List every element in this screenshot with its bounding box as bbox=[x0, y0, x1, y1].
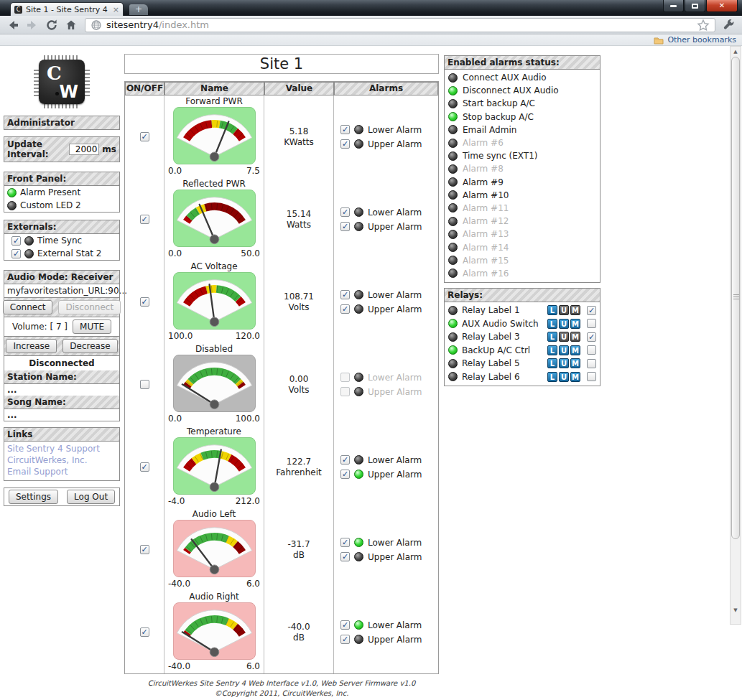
wrench-menu-button[interactable] bbox=[720, 17, 738, 33]
relay-unlatch-button[interactable]: U bbox=[559, 372, 569, 382]
update-interval-input[interactable] bbox=[69, 144, 99, 155]
relay-latch-button[interactable]: L bbox=[547, 372, 557, 382]
relay-checkbox[interactable]: ✓ bbox=[587, 332, 596, 342]
relay-checkbox[interactable] bbox=[587, 372, 596, 381]
meter-onoff-checkbox[interactable]: ✓ bbox=[140, 215, 149, 224]
alarm-enable-checkbox[interactable]: ✓ bbox=[340, 470, 350, 479]
links-title: Links bbox=[4, 428, 119, 442]
update-interval-label: Update Interval: bbox=[7, 139, 66, 159]
alarm-enable-checkbox[interactable]: ✓ bbox=[340, 455, 350, 465]
connection-status: Disconnected bbox=[4, 356, 119, 370]
relay-latch-button[interactable]: L bbox=[547, 332, 557, 342]
back-button[interactable] bbox=[4, 17, 22, 33]
relay-unlatch-button[interactable]: U bbox=[559, 319, 569, 329]
relay-unlatch-button[interactable]: U bbox=[559, 358, 569, 368]
alarm-enable-checkbox[interactable]: ✓ bbox=[340, 552, 350, 561]
alarm-enable-checkbox[interactable]: ✓ bbox=[340, 304, 350, 314]
song-name-value: ... bbox=[4, 409, 119, 421]
relay-latch-button[interactable]: L bbox=[547, 345, 557, 355]
meter-onoff-checkbox[interactable]: ✓ bbox=[140, 462, 149, 472]
sidebar-link[interactable]: CircuitWerkes, Inc. bbox=[4, 454, 119, 466]
external-enable-checkbox[interactable]: ✓ bbox=[11, 249, 21, 258]
bookmark-star-icon[interactable] bbox=[697, 19, 710, 32]
meter-row: ✓ Audio Right -40.06.0 -40.0dB ✓Lower Al… bbox=[125, 591, 438, 673]
minimize-button[interactable] bbox=[663, 0, 684, 12]
scale-min: 0.0 bbox=[168, 166, 182, 176]
logout-button[interactable]: Log Out bbox=[67, 490, 115, 504]
meter-onoff-checkbox[interactable]: ✓ bbox=[140, 627, 149, 637]
relay-latch-button[interactable]: L bbox=[547, 305, 557, 315]
volume-decrease-button[interactable]: Decrease bbox=[62, 339, 117, 353]
address-bar[interactable]: sitesentry4/index.htm bbox=[85, 18, 715, 32]
relay-momentary-button[interactable]: M bbox=[570, 345, 580, 355]
external-enable-checkbox[interactable]: ✓ bbox=[11, 236, 21, 246]
relay-momentary-button[interactable]: M bbox=[570, 305, 580, 315]
relay-checkbox[interactable] bbox=[587, 359, 596, 368]
maximize-button[interactable] bbox=[685, 0, 705, 12]
relay-unlatch-button[interactable]: U bbox=[559, 305, 569, 315]
mute-button[interactable]: MUTE bbox=[73, 319, 111, 334]
scale-max: 120.0 bbox=[236, 331, 260, 341]
meter-onoff-checkbox[interactable]: ✓ bbox=[140, 545, 149, 554]
relay-latch-button[interactable]: L bbox=[547, 358, 557, 368]
close-button[interactable]: ✕ bbox=[706, 0, 738, 12]
alarm-enable-checkbox[interactable]: ✓ bbox=[340, 222, 350, 231]
connect-button[interactable]: Connect bbox=[3, 300, 53, 314]
volume-increase-button[interactable]: Increase bbox=[6, 339, 57, 353]
browser-tab[interactable]: C Site 1 - Site Sentry 4 v1.0 × bbox=[10, 2, 124, 16]
relay-unlatch-button[interactable]: U bbox=[559, 332, 569, 342]
meter-gauge bbox=[173, 190, 256, 247]
reload-button[interactable] bbox=[43, 17, 60, 33]
relay-momentary-button[interactable]: M bbox=[570, 358, 580, 368]
meter-onoff-checkbox[interactable]: ✓ bbox=[140, 132, 149, 141]
alarm-enable-checkbox[interactable]: ✓ bbox=[340, 620, 350, 630]
relay-unlatch-button[interactable]: U bbox=[559, 345, 569, 355]
window-titlebar: C Site 1 - Site Sentry 4 v1.0 × + ✕ bbox=[0, 0, 742, 16]
disconnect-button[interactable]: Disconnect bbox=[58, 300, 121, 314]
relay-checkbox[interactable]: ✓ bbox=[587, 306, 596, 315]
alarm-enable-checkbox[interactable]: ✓ bbox=[340, 139, 350, 149]
new-tab-button[interactable]: + bbox=[129, 4, 148, 15]
scrollbar-up-icon[interactable]: ▲ bbox=[731, 47, 741, 56]
scrollbar-grip bbox=[733, 294, 739, 299]
relay-checkbox[interactable] bbox=[587, 319, 596, 328]
sidebar-link[interactable]: Email Support bbox=[4, 466, 119, 477]
meter-value: -40.0dB bbox=[264, 591, 334, 673]
meter-row: ✓ Reflected PWR 0.050.0 15.14Watts ✓Lowe… bbox=[125, 178, 438, 261]
relay-momentary-button[interactable]: M bbox=[570, 319, 580, 329]
gauge bbox=[174, 355, 255, 411]
settings-button[interactable]: Settings bbox=[9, 490, 58, 504]
relay-momentary-button[interactable]: M bbox=[570, 332, 580, 342]
wrench-icon bbox=[723, 19, 736, 32]
sidebar-link[interactable]: Site Sentry 4 Support bbox=[4, 443, 119, 454]
meter-onoff-checkbox[interactable]: ✓ bbox=[140, 297, 149, 307]
alarm-status-item: Alarm #10 bbox=[445, 189, 600, 202]
alarm-enable-checkbox[interactable]: ✓ bbox=[340, 538, 350, 547]
home-button[interactable] bbox=[62, 17, 80, 33]
url-text[interactable]: sitesentry4/index.htm bbox=[106, 19, 692, 30]
relay-latch-button[interactable]: L bbox=[547, 319, 557, 329]
alarm-enable-checkbox[interactable] bbox=[340, 387, 350, 396]
meter-row: ✓ Forward PWR 0.07.5 5.18KWatts ✓Lower A… bbox=[125, 95, 438, 178]
tab-close-icon[interactable]: × bbox=[113, 6, 119, 14]
front-panel-box: Front Panel: Alarm PresentCustom LED 2 bbox=[4, 172, 120, 213]
meter-onoff-checkbox[interactable] bbox=[140, 380, 149, 389]
forward-button[interactable] bbox=[24, 17, 41, 33]
gauge bbox=[174, 603, 255, 659]
alarm-enable-checkbox[interactable]: ✓ bbox=[340, 125, 350, 134]
alarm-enable-checkbox[interactable] bbox=[340, 373, 350, 382]
alarm-enable-checkbox[interactable]: ✓ bbox=[340, 207, 350, 217]
relay-checkbox[interactable] bbox=[587, 345, 596, 355]
scrollbar-thumb[interactable] bbox=[731, 57, 740, 539]
alarm-label: Upper Alarm bbox=[368, 304, 422, 314]
vertical-scrollbar[interactable]: ▲ ▼ bbox=[730, 46, 741, 625]
alarm-line: ✓Upper Alarm bbox=[340, 470, 438, 480]
alarm-enable-checkbox[interactable]: ✓ bbox=[340, 290, 350, 299]
relay-momentary-button[interactable]: M bbox=[570, 372, 580, 382]
scrollbar-down-icon[interactable]: ▼ bbox=[731, 605, 741, 615]
relay-label: BackUp A/C Ctrl bbox=[462, 345, 543, 355]
alarm-status-led bbox=[448, 125, 458, 134]
other-bookmarks-button[interactable]: Other bookmarks bbox=[667, 35, 736, 45]
alarm-enable-checkbox[interactable]: ✓ bbox=[340, 635, 350, 644]
main-panel: Site 1 ON/OFF Name Value Alarms ✓ Forwar… bbox=[124, 54, 439, 699]
